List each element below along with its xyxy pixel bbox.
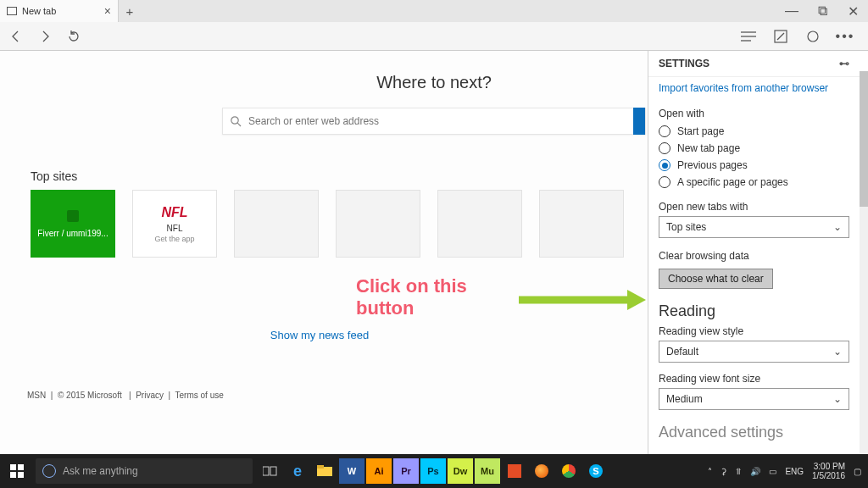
svg-marker-8 bbox=[627, 290, 646, 310]
language-indicator[interactable]: ENG bbox=[785, 467, 804, 476]
tile-empty[interactable] bbox=[437, 190, 522, 258]
reading-font-label: Reading view font size bbox=[659, 373, 849, 385]
search-icon bbox=[223, 115, 248, 127]
system-tray: ˄ ⚳ ⥣ 🔊 ▭ ENG 3:00 PM 1/5/2016 ▢ bbox=[708, 462, 868, 480]
svg-rect-14 bbox=[270, 467, 276, 475]
start-button[interactable] bbox=[0, 454, 34, 488]
open-with-label: Open with bbox=[659, 108, 849, 119]
firefox-icon[interactable] bbox=[529, 458, 554, 484]
radio-new-tab-page[interactable]: New tab page bbox=[659, 140, 849, 157]
maximize-button[interactable]: ⧉ bbox=[807, 0, 837, 22]
footer-copyright: © 2015 Microsoft bbox=[58, 391, 122, 400]
open-tabs-label: Open new tabs with bbox=[659, 201, 849, 213]
edge-icon[interactable]: e bbox=[285, 458, 310, 484]
nfl-logo: NFL bbox=[161, 205, 187, 220]
tile-sublabel: Get the app bbox=[154, 235, 194, 243]
radio-specific-page[interactable]: A specific page or pages bbox=[659, 174, 849, 191]
top-sites-tiles: Fiverr / ummi199... NFL NFL Get the app bbox=[31, 190, 624, 258]
annotation-text: Click on this button bbox=[356, 275, 467, 320]
chevron-down-icon: ⌄ bbox=[833, 346, 842, 358]
task-icon[interactable] bbox=[502, 458, 527, 484]
tab-title: New tab bbox=[22, 6, 56, 16]
advanced-settings-header: Advanced settings bbox=[659, 424, 849, 441]
task-icon[interactable]: Ps bbox=[420, 458, 446, 484]
browser-tab[interactable]: New tab × bbox=[0, 0, 119, 22]
footer-terms-link[interactable]: Terms of use bbox=[175, 391, 224, 400]
cortana-icon bbox=[42, 464, 56, 478]
svg-rect-9 bbox=[10, 464, 16, 470]
svg-rect-12 bbox=[18, 472, 24, 478]
hub-icon[interactable] bbox=[741, 29, 756, 44]
taskbar-clock[interactable]: 3:00 PM 1/5/2016 bbox=[812, 462, 845, 480]
reading-style-label: Reading view style bbox=[659, 325, 849, 337]
search-box[interactable] bbox=[222, 108, 646, 135]
tile-empty[interactable] bbox=[336, 190, 420, 258]
page-footer: MSN | © 2015 Microsoft | Privacy | Terms… bbox=[27, 391, 224, 400]
cortana-search[interactable]: Ask me anything bbox=[36, 458, 253, 484]
tile-label: NFL bbox=[167, 224, 183, 233]
file-explorer-icon[interactable] bbox=[312, 458, 337, 484]
reading-header: Reading bbox=[659, 302, 849, 320]
settings-header: SETTINGS ⊷ bbox=[648, 51, 860, 77]
chrome-icon[interactable] bbox=[556, 458, 581, 484]
svg-point-4 bbox=[808, 31, 818, 42]
wifi-icon[interactable]: ⥣ bbox=[735, 467, 742, 476]
action-center-icon[interactable]: ▢ bbox=[854, 467, 861, 476]
task-icon[interactable]: Dw bbox=[448, 458, 473, 484]
task-icon[interactable]: Pr bbox=[393, 458, 419, 484]
refresh-button[interactable] bbox=[66, 29, 81, 44]
skype-icon[interactable]: S bbox=[583, 458, 609, 484]
reading-font-select[interactable]: Medium⌄ bbox=[659, 388, 849, 410]
close-window-button[interactable]: ✕ bbox=[837, 0, 868, 22]
webnote-icon[interactable] bbox=[773, 29, 788, 44]
task-icon[interactable]: Mu bbox=[475, 458, 500, 484]
settings-scrollbar[interactable] bbox=[860, 71, 868, 454]
share-icon[interactable] bbox=[805, 29, 821, 44]
open-tabs-select[interactable]: Top sites⌄ bbox=[659, 216, 849, 238]
battery-icon[interactable]: ▭ bbox=[769, 467, 776, 476]
back-button[interactable] bbox=[8, 29, 24, 44]
pin-icon[interactable]: ⊷ bbox=[839, 58, 849, 69]
tab-strip: New tab × + — ⧉ ✕ bbox=[0, 0, 868, 22]
task-icon[interactable]: Ai bbox=[366, 458, 392, 484]
radio-start-page[interactable]: Start page bbox=[659, 123, 849, 140]
forward-button[interactable] bbox=[37, 29, 53, 44]
more-icon[interactable]: ••• bbox=[837, 29, 853, 44]
task-icon[interactable]: W bbox=[339, 458, 364, 484]
choose-what-to-clear-button[interactable]: Choose what to clear bbox=[659, 269, 773, 289]
footer-privacy-link[interactable]: Privacy bbox=[136, 391, 164, 400]
cortana-placeholder: Ask me anything bbox=[63, 465, 138, 477]
page-icon bbox=[7, 7, 17, 15]
tile-nfl[interactable]: NFL NFL Get the app bbox=[132, 190, 217, 258]
tray-chevron-icon[interactable]: ˄ bbox=[708, 467, 712, 476]
volume-icon[interactable]: 🔊 bbox=[750, 467, 760, 476]
chevron-down-icon: ⌄ bbox=[833, 393, 842, 405]
settings-panel: SETTINGS ⊷ Import favorites from another… bbox=[648, 51, 868, 454]
close-tab-icon[interactable]: × bbox=[104, 5, 111, 17]
svg-rect-10 bbox=[18, 464, 24, 470]
minimize-button[interactable]: — bbox=[776, 0, 807, 22]
search-go-button[interactable] bbox=[633, 108, 645, 135]
network-icon[interactable]: ⚳ bbox=[721, 467, 726, 476]
tile-empty[interactable] bbox=[539, 190, 624, 258]
svg-rect-11 bbox=[10, 472, 16, 478]
svg-rect-16 bbox=[317, 465, 324, 469]
tile-empty[interactable] bbox=[234, 190, 319, 258]
fiverr-icon bbox=[67, 210, 79, 222]
reading-style-select[interactable]: Default⌄ bbox=[659, 341, 849, 363]
browser-toolbar: ••• bbox=[0, 22, 868, 51]
import-favorites-link[interactable]: Import favorites from another browser bbox=[659, 80, 849, 103]
annotation-arrow-icon bbox=[519, 290, 646, 310]
radio-previous-pages[interactable]: Previous pages bbox=[659, 157, 849, 174]
clear-data-label: Clear browsing data bbox=[659, 250, 849, 262]
search-input[interactable] bbox=[248, 115, 633, 127]
svg-line-6 bbox=[237, 123, 241, 126]
tile-fiverr[interactable]: Fiverr / ummi199... bbox=[31, 190, 115, 258]
scrollbar-thumb[interactable] bbox=[860, 71, 868, 207]
windows-taskbar: Ask me anything e W Ai Pr Ps Dw Mu S ˄ ⚳… bbox=[0, 454, 868, 488]
tile-label: Fiverr / ummi199... bbox=[37, 229, 108, 238]
show-news-feed-link[interactable]: Show my news feed bbox=[0, 329, 639, 341]
top-sites-label: Top sites bbox=[31, 169, 77, 183]
task-view-icon[interactable] bbox=[258, 458, 283, 484]
new-tab-button[interactable]: + bbox=[119, 0, 141, 22]
